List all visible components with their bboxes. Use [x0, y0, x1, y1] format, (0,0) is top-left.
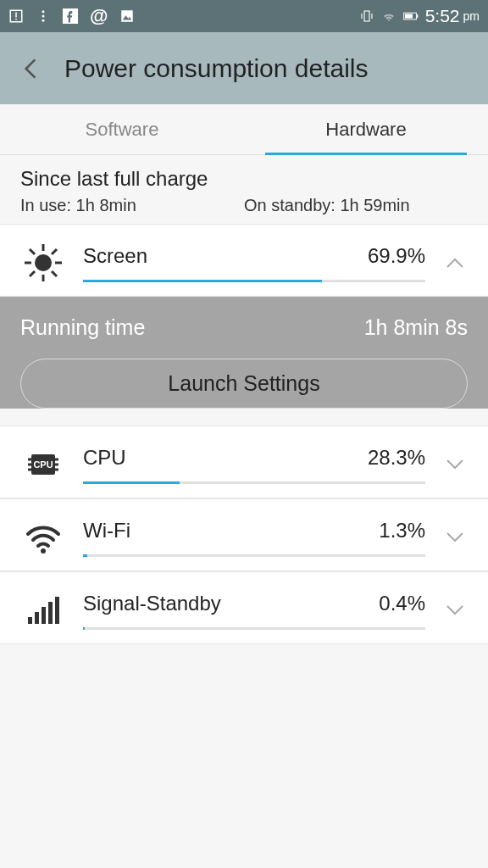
image-icon — [119, 8, 135, 24]
sun-icon — [20, 240, 66, 286]
wifi-icon — [381, 8, 396, 24]
item-pct: 1.3% — [379, 519, 425, 542]
item-screen[interactable]: Screen 69.9% — [0, 224, 488, 297]
svg-line-21 — [52, 271, 57, 276]
status-right: 5:52 pm — [359, 6, 480, 26]
status-bar: @ 5:52 pm — [0, 0, 488, 32]
running-label: Running time — [20, 315, 145, 340]
progress-bar — [83, 554, 425, 557]
signal-icon — [20, 587, 66, 633]
status-time: 5:52 — [425, 6, 460, 26]
svg-text:CPU: CPU — [33, 459, 53, 470]
app-header: Power consumption details — [0, 32, 488, 104]
svg-rect-35 — [42, 607, 46, 624]
svg-rect-37 — [55, 597, 59, 624]
item-pct: 69.9% — [368, 244, 425, 268]
status-left: @ — [8, 5, 135, 27]
chevron-down-icon — [442, 531, 468, 543]
item-cpu[interactable]: CPU CPU 28.3% — [0, 426, 488, 498]
svg-rect-34 — [35, 612, 39, 624]
item-wifi[interactable]: Wi-Fi 1.3% — [0, 498, 488, 571]
svg-rect-7 — [122, 10, 134, 22]
progress-bar — [83, 627, 425, 630]
item-signal-standby[interactable]: Signal-Standby 0.4% — [0, 571, 488, 644]
item-label: Wi-Fi — [83, 519, 130, 542]
svg-rect-2 — [15, 19, 17, 20]
svg-line-20 — [30, 249, 35, 254]
running-time-row: Running time 1h 8min 8s — [0, 297, 488, 359]
running-value: 1h 8min 8s — [364, 315, 468, 340]
svg-point-3 — [42, 10, 45, 13]
since-title: Since last full charge — [20, 167, 468, 191]
standby-text: On standby: 1h 59min — [244, 196, 468, 215]
svg-point-4 — [42, 15, 45, 18]
svg-point-15 — [35, 254, 52, 271]
progress-bar — [83, 280, 425, 282]
tab-software[interactable]: Software — [0, 104, 244, 154]
section-since: Since last full charge In use: 1h 8min O… — [0, 155, 488, 219]
at-icon: @ — [90, 5, 108, 27]
item-pct: 0.4% — [379, 592, 425, 615]
item-label: Signal-Standby — [83, 592, 221, 615]
svg-rect-13 — [417, 14, 418, 18]
in-use-text: In use: 1h 8min — [20, 196, 244, 215]
vibrate-icon — [359, 8, 374, 24]
more-icon — [36, 8, 51, 24]
back-icon[interactable] — [17, 55, 44, 82]
svg-rect-14 — [405, 14, 413, 18]
expanded-panel: Running time 1h 8min 8s Launch Settings — [0, 297, 488, 409]
launch-settings-button[interactable]: Launch Settings — [20, 359, 468, 409]
chevron-down-icon — [442, 604, 468, 616]
chevron-up-icon — [442, 257, 468, 269]
svg-line-23 — [52, 249, 57, 254]
item-pct: 28.3% — [368, 446, 425, 470]
svg-point-5 — [42, 19, 45, 22]
progress-bar — [83, 481, 425, 484]
since-sub: In use: 1h 8min On standby: 1h 59min — [20, 196, 468, 215]
wifi-item-icon — [20, 515, 66, 560]
status-ampm: pm — [463, 9, 480, 23]
cpu-icon: CPU — [20, 442, 66, 487]
chevron-down-icon — [442, 459, 468, 470]
svg-point-32 — [41, 548, 46, 554]
notification-icon — [8, 8, 24, 24]
battery-icon — [403, 8, 419, 24]
svg-rect-36 — [48, 602, 53, 624]
item-label: CPU — [83, 446, 126, 470]
svg-line-22 — [30, 271, 35, 276]
facebook-icon — [63, 8, 78, 24]
tab-hardware[interactable]: Hardware — [244, 104, 488, 154]
item-label: Screen — [83, 244, 147, 268]
svg-rect-33 — [28, 617, 32, 624]
svg-rect-9 — [364, 11, 369, 21]
svg-rect-1 — [15, 13, 17, 18]
page-title: Power consumption details — [64, 54, 369, 83]
tabs: Software Hardware — [0, 104, 488, 155]
